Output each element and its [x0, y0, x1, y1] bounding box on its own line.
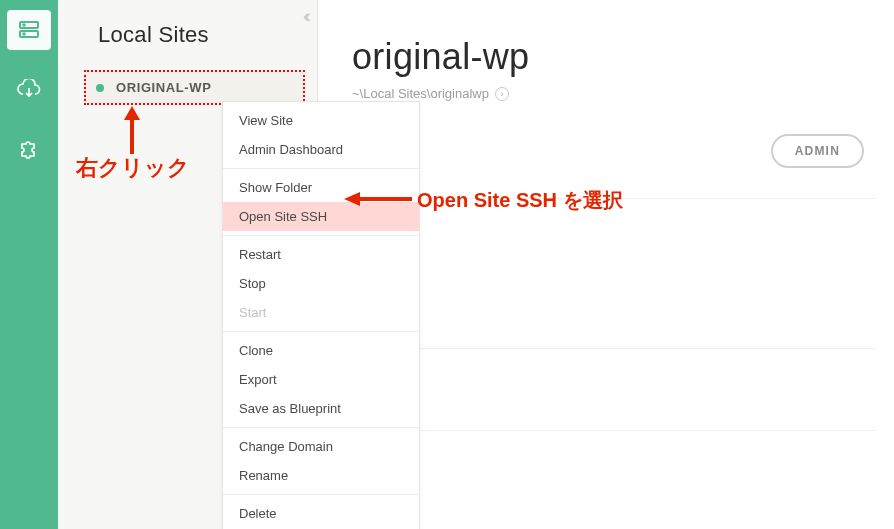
annotation-select-ssh-label: Open Site SSH を選択 [417, 187, 623, 214]
menu-export[interactable]: Export [223, 365, 419, 394]
menu-start: Start [223, 298, 419, 327]
annotation-right-click-arrow-icon [120, 106, 144, 156]
annotation-right-click-label: 右クリック [76, 153, 190, 183]
svg-point-3 [23, 33, 25, 35]
nav-cloud[interactable] [11, 72, 47, 108]
admin-button[interactable]: ADMIN [771, 134, 864, 168]
puzzle-icon [17, 136, 41, 160]
svg-point-2 [23, 24, 25, 26]
site-path-row: ~\Local Sites\originalwp › [352, 86, 866, 101]
status-dot-icon [96, 84, 104, 92]
menu-stop[interactable]: Stop [223, 269, 419, 298]
server-icon [17, 18, 41, 42]
annotation-select-ssh-arrow-icon [344, 189, 414, 209]
svg-marker-7 [344, 192, 360, 206]
menu-separator [223, 168, 419, 169]
open-path-icon[interactable]: › [495, 87, 509, 101]
menu-separator [223, 235, 419, 236]
nav-addons[interactable] [11, 130, 47, 166]
menu-separator [223, 427, 419, 428]
site-path: ~\Local Sites\originalwp [352, 86, 489, 101]
menu-rename[interactable]: Rename [223, 461, 419, 490]
context-menu: View Site Admin Dashboard Show Folder Op… [222, 101, 420, 529]
collapse-sidebar-icon[interactable]: ‹‹ [303, 6, 307, 27]
menu-delete[interactable]: Delete [223, 499, 419, 528]
sidebar-site-item[interactable]: ORIGINAL-WP [84, 70, 305, 105]
menu-change-domain[interactable]: Change Domain [223, 432, 419, 461]
menu-separator [223, 331, 419, 332]
menu-save-blueprint[interactable]: Save as Blueprint [223, 394, 419, 423]
menu-admin-dashboard[interactable]: Admin Dashboard [223, 135, 419, 164]
sidebar-title: Local Sites [58, 0, 317, 62]
menu-clone[interactable]: Clone [223, 336, 419, 365]
svg-marker-5 [124, 106, 140, 120]
sidebar-site-name: ORIGINAL-WP [116, 80, 211, 95]
site-title: original-wp [352, 36, 866, 78]
menu-restart[interactable]: Restart [223, 240, 419, 269]
nav-iconbar [0, 0, 58, 529]
cloud-download-icon [16, 79, 42, 101]
menu-separator [223, 494, 419, 495]
menu-view-site[interactable]: View Site [223, 106, 419, 135]
nav-sites[interactable] [7, 10, 51, 50]
